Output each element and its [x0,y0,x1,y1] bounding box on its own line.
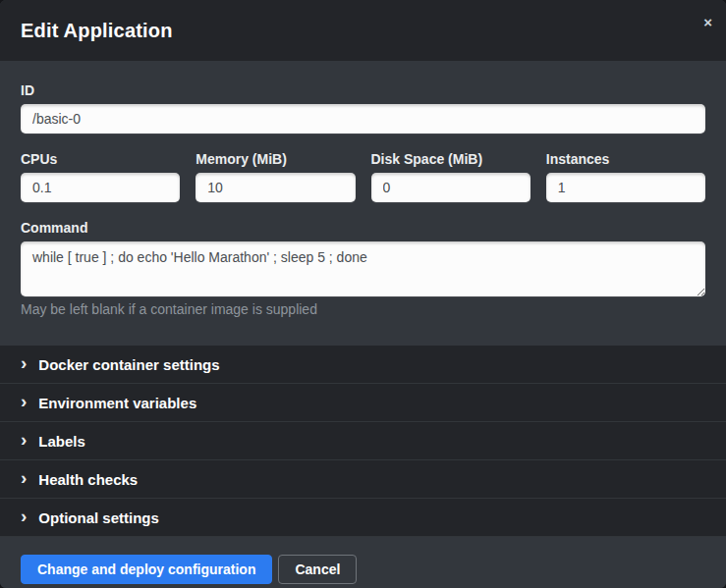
instances-field-group: Instances [546,151,705,202]
instances-label: Instances [546,151,705,167]
cancel-button[interactable]: Cancel [278,555,357,584]
disk-space-field-group: Disk Space (MiB) [371,151,531,202]
disk-space-label: Disk Space (MiB) [371,151,531,167]
id-label: ID [21,82,705,98]
accordion-label: Docker container settings [38,356,219,373]
chevron-right-icon: › [21,430,27,449]
accordion-label: Health checks [38,471,138,488]
modal-header: Edit Application × [0,0,726,61]
accordion-label: Optional settings [38,509,159,526]
chevron-right-icon: › [21,353,27,372]
memory-label: Memory (MiB) [195,151,355,167]
chevron-right-icon: › [21,468,27,487]
edit-application-modal: Edit Application × ID CPUs Memory (MiB) … [0,0,726,588]
memory-field-group: Memory (MiB) [195,151,355,202]
command-help-text: May be left blank if a container image i… [21,301,705,318]
accordion-labels[interactable]: › Labels [0,422,726,460]
accordion-label: Environment variables [38,395,196,411]
instances-input[interactable] [546,173,705,202]
command-field-group: Command while [ true ] ; do echo 'Hello … [21,220,705,318]
accordion-environment-variables[interactable]: › Environment variables [0,384,726,422]
cpus-label: CPUs [21,151,180,167]
id-field-group: ID [21,82,705,134]
resources-row: CPUs Memory (MiB) Disk Space (MiB) Insta… [21,151,705,202]
modal-footer: Change and deploy configuration Cancel [0,537,726,588]
id-input[interactable] [21,104,705,134]
chevron-right-icon: › [21,507,27,525]
command-label: Command [21,220,705,236]
memory-input[interactable] [195,173,355,202]
cpus-input[interactable] [21,173,180,202]
cpus-field-group: CPUs [21,151,180,202]
disk-space-input[interactable] [371,173,531,202]
accordion-label: Labels [38,433,85,450]
modal-title: Edit Application [21,20,173,42]
accordion-optional-settings[interactable]: › Optional settings [0,499,726,537]
accordion-sections: › Docker container settings › Environmen… [0,346,726,537]
close-icon[interactable]: × [703,15,712,29]
accordion-health-checks[interactable]: › Health checks [0,460,726,499]
modal-body: ID CPUs Memory (MiB) Disk Space (MiB) In… [0,61,726,346]
command-textarea[interactable]: while [ true ] ; do echo 'Hello Marathon… [21,241,705,296]
chevron-right-icon: › [21,392,27,410]
accordion-docker-container-settings[interactable]: › Docker container settings [0,346,726,384]
change-and-deploy-button[interactable]: Change and deploy configuration [21,555,272,584]
